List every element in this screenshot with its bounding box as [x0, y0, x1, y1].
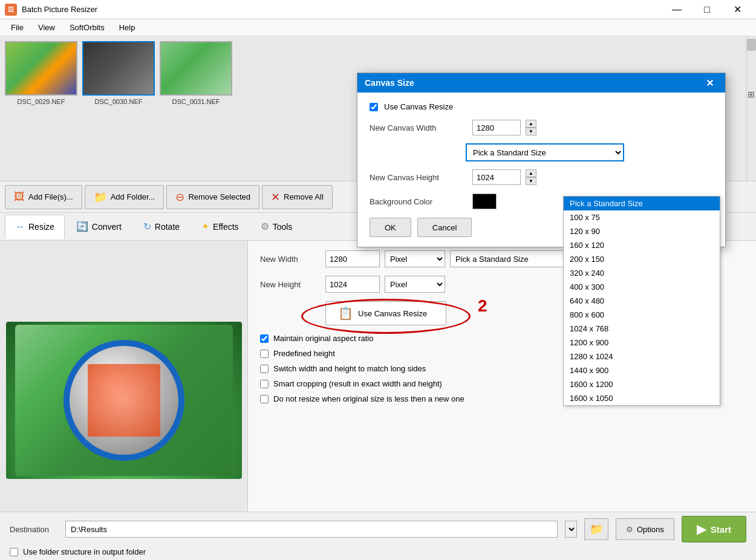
- minimize-button[interactable]: —: [663, 0, 691, 19]
- width-input[interactable]: [325, 250, 380, 267]
- destination-path-input[interactable]: [65, 521, 558, 538]
- maintain-aspect-checkbox[interactable]: [260, 334, 269, 343]
- start-button[interactable]: ▶ Start: [682, 516, 746, 542]
- menu-softorbits[interactable]: SoftOrbits: [64, 21, 111, 34]
- folder-structure-row: Use folder structure in output folder: [10, 547, 746, 556]
- remove-selected-button[interactable]: ⊖ Remove Selected: [166, 185, 259, 209]
- canvas-resize-label: Use Canvas Resize: [358, 309, 427, 318]
- dropdown-item-200x150[interactable]: 200 x 150: [564, 252, 720, 266]
- dialog-cancel-button[interactable]: Cancel: [417, 218, 472, 237]
- maximize-button[interactable]: □: [693, 0, 721, 19]
- tab-effects[interactable]: ✦ Effects: [191, 215, 249, 239]
- destination-row: Destination ▼ 📁 ⚙ Options ▶ Start: [10, 516, 746, 542]
- remove-all-button[interactable]: ✕ Remove All: [262, 185, 333, 209]
- height-spinner[interactable]: ▲ ▼: [526, 169, 536, 185]
- height-input[interactable]: [325, 276, 380, 293]
- gear-icon: ⚙: [626, 525, 633, 534]
- app-title: Batch Picture Resizer: [22, 5, 663, 14]
- predefined-height-checkbox[interactable]: [260, 350, 269, 358]
- background-color-picker[interactable]: [472, 194, 497, 209]
- dropdown-item-320x240[interactable]: 320 x 240: [564, 266, 720, 280]
- destination-browse-button[interactable]: 📁: [584, 518, 608, 540]
- grid-icon: ⊞: [748, 90, 755, 99]
- dropdown-item-160x120[interactable]: 160 x 120: [564, 238, 720, 252]
- thumbnail-item[interactable]: DSC_0030.NEF: [82, 41, 155, 105]
- resize-icon: ↔: [15, 221, 25, 232]
- tab-convert-label: Convert: [92, 222, 122, 232]
- menu-view[interactable]: View: [32, 21, 61, 34]
- menu-file[interactable]: File: [5, 21, 30, 34]
- dropdown-item-1200x900[interactable]: 1200 x 900: [564, 336, 720, 350]
- dropdown-item-1600x1050[interactable]: 1600 x 1050: [564, 391, 720, 405]
- effects-icon: ✦: [201, 221, 209, 232]
- width-spinner[interactable]: ▲ ▼: [526, 120, 536, 135]
- menu-help[interactable]: Help: [113, 21, 142, 34]
- use-canvas-resize-button[interactable]: 📋 Use Canvas Resize: [325, 301, 446, 325]
- dropdown-item-800x600[interactable]: 800 x 600: [564, 308, 720, 322]
- tab-tools[interactable]: ⚙ Tools: [250, 215, 303, 239]
- close-button[interactable]: ✕: [723, 0, 751, 19]
- height-unit-select[interactable]: Pixel % cm: [385, 276, 445, 293]
- window-controls: — □ ✕: [663, 0, 751, 19]
- no-resize-checkbox[interactable]: [260, 395, 269, 403]
- dialog-width-row: New Canvas Width ▲ ▼: [370, 120, 713, 135]
- start-label: Start: [711, 524, 731, 535]
- titlebar: 🖼 Batch Picture Resizer — □ ✕: [0, 0, 756, 19]
- dialog-content: Use Canvas Resize New Canvas Width ▲ ▼: [357, 93, 725, 247]
- predefined-height-label: Predefined height: [273, 349, 335, 358]
- app-icon: 🖼: [5, 4, 17, 16]
- dropdown-item-400x300[interactable]: 400 x 300: [564, 280, 720, 294]
- add-files-button[interactable]: 🖼 Add File(s)...: [5, 185, 82, 209]
- dialog-use-canvas-label: Use Canvas Resize: [384, 102, 453, 111]
- scrollbar-thumb: [747, 39, 756, 51]
- dropdown-item-1600x1200[interactable]: 1600 x 1200: [564, 377, 720, 391]
- main-preview-image: [6, 322, 242, 479]
- options-button[interactable]: ⚙ Options: [616, 518, 674, 540]
- tab-rotate[interactable]: ↻ Rotate: [133, 215, 190, 239]
- dropdown-item-100x75[interactable]: 100 x 75: [564, 210, 720, 224]
- dropdown-item-1280x1024[interactable]: 1280 x 1024: [564, 350, 720, 363]
- dropdown-item-640x480[interactable]: 640 x 480: [564, 294, 720, 308]
- rotate-icon: ↻: [143, 221, 151, 232]
- dropdown-item-pick[interactable]: Pick a Standard Size: [564, 197, 720, 210]
- tab-convert[interactable]: 🔄 Convert: [66, 215, 132, 239]
- thumbnail-scrollbar[interactable]: ⊞: [746, 36, 756, 181]
- dialog-titlebar: Canvas Size ✕: [357, 73, 725, 93]
- thumbnail-item[interactable]: DSC_0029.NEF: [5, 41, 77, 105]
- bottombar: Destination ▼ 📁 ⚙ Options ▶ Start Use fo…: [0, 512, 756, 560]
- dropdown-item-1024x768[interactable]: 1024 x 768: [564, 322, 720, 336]
- thumbnail-item[interactable]: DSC_0031.NEF: [160, 41, 232, 105]
- thumbnail-image: [82, 41, 155, 96]
- folder-structure-checkbox[interactable]: [10, 548, 18, 556]
- dialog-height-label: New Canvas Height: [370, 173, 466, 182]
- dialog-ok-button[interactable]: OK: [370, 218, 411, 237]
- width-unit-select[interactable]: Pixel % cm: [385, 250, 445, 267]
- height-up-button[interactable]: ▲: [526, 169, 536, 177]
- tab-resize[interactable]: ↔ Resize: [5, 215, 65, 239]
- dialog-width-input[interactable]: [472, 120, 521, 135]
- standard-size-dropdown[interactable]: Pick a Standard Size: [466, 144, 624, 161]
- width-up-button[interactable]: ▲: [526, 120, 536, 128]
- maintain-aspect-label: Maintain original aspect ratio: [273, 334, 373, 343]
- remove-selected-icon: ⊖: [175, 190, 184, 204]
- dialog-close-button[interactable]: ✕: [701, 74, 718, 91]
- main-area: DSC_0029.NEF DSC_0030.NEF DSC_0031.NEF ⊞…: [0, 36, 756, 560]
- dialog-height-input[interactable]: [472, 169, 521, 185]
- dialog-use-canvas-checkbox[interactable]: [370, 103, 378, 111]
- add-files-label: Add File(s)...: [28, 192, 73, 201]
- remove-all-label: Remove All: [284, 192, 324, 201]
- dialog-title: Canvas Size: [365, 78, 701, 88]
- width-down-button[interactable]: ▼: [526, 128, 536, 135]
- dropdown-item-120x90[interactable]: 120 x 90: [564, 224, 720, 238]
- destination-dropdown[interactable]: ▼: [565, 521, 577, 538]
- height-label: New Height: [260, 280, 321, 289]
- add-folder-icon: 📁: [94, 190, 107, 204]
- standard-size-dropdown-list: Pick a Standard Size 100 x 75 120 x 90 1…: [563, 196, 720, 406]
- add-files-icon: 🖼: [14, 190, 25, 203]
- remove-selected-label: Remove Selected: [188, 192, 250, 201]
- height-down-button[interactable]: ▼: [526, 177, 536, 185]
- dropdown-item-1440x900[interactable]: 1440 x 900: [564, 363, 720, 377]
- smart-crop-checkbox[interactable]: [260, 380, 269, 388]
- switch-wh-checkbox[interactable]: [260, 365, 269, 373]
- add-folder-button[interactable]: 📁 Add Folder...: [85, 185, 165, 209]
